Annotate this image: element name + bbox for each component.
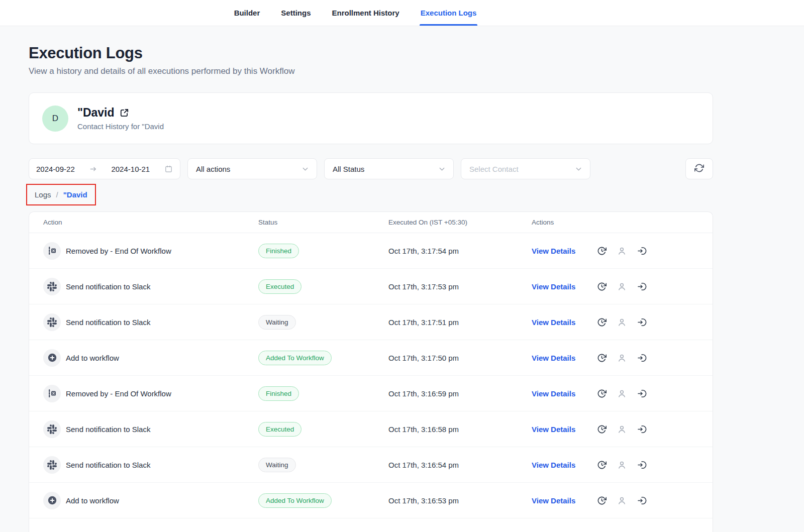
enter-log-icon[interactable] — [637, 246, 647, 256]
enter-log-icon[interactable] — [637, 317, 647, 327]
view-details-link[interactable]: View Details — [532, 247, 577, 255]
history-icon[interactable] — [597, 317, 607, 327]
col-header-actions: Actions — [532, 219, 698, 226]
tab-builder[interactable]: Builder — [233, 0, 261, 26]
slack-icon — [43, 278, 61, 295]
table-row: Send notification to Slack Executed Oct … — [29, 411, 713, 447]
tab-execution-logs[interactable]: Execution Logs — [420, 0, 478, 26]
action-label: Add to workflow — [66, 496, 119, 505]
executed-on: Oct 17th, 3:16:53 pm — [388, 496, 532, 505]
person-icon[interactable] — [617, 317, 627, 327]
actions-cell: View Details — [532, 496, 698, 505]
date-range-picker[interactable]: 2024-09-22 2024-10-21 — [29, 158, 180, 179]
breadcrumb-logs[interactable]: Logs — [35, 190, 51, 199]
enter-log-icon[interactable] — [637, 353, 647, 363]
status-badge: Waiting — [258, 315, 296, 330]
view-details-link[interactable]: View Details — [532, 461, 577, 469]
executed-on: Oct 17th, 3:17:54 pm — [388, 247, 532, 255]
executed-on: Oct 17th, 3:16:54 pm — [388, 461, 532, 469]
slack-icon — [43, 420, 61, 438]
enter-log-icon[interactable] — [637, 496, 647, 505]
chevron-down-icon — [302, 166, 309, 172]
slack-icon — [43, 313, 61, 331]
refresh-icon — [694, 163, 704, 174]
top-nav: Builder Settings Enrollment History Exec… — [0, 0, 804, 26]
date-to-value[interactable]: 2024-10-21 — [111, 165, 150, 173]
action-label: Add to workflow — [66, 354, 119, 362]
actions-cell: View Details — [532, 246, 698, 256]
contact-filter-select[interactable]: Select Contact — [461, 158, 590, 179]
action-label: Send notification to Slack — [66, 318, 150, 327]
status-cell: Added To Workflow — [258, 351, 388, 365]
enter-log-icon[interactable] — [637, 389, 647, 398]
status-cell: Waiting — [258, 458, 388, 472]
view-details-link[interactable]: View Details — [532, 354, 577, 362]
status-filter-value: All Status — [333, 165, 364, 173]
date-from-value[interactable]: 2024-09-22 — [36, 165, 75, 173]
tab-settings[interactable]: Settings — [280, 0, 312, 26]
table-header: Action Status Executed On (IST +05:30) A… — [29, 212, 713, 233]
table-row: Send notification to Slack Executed Oct … — [29, 269, 713, 304]
annotation-box: Logs / "David — [26, 184, 96, 205]
table-row: Send notification to Slack Waiting Oct 1… — [29, 304, 713, 340]
view-details-link[interactable]: View Details — [532, 496, 577, 505]
person-icon[interactable] — [617, 424, 627, 434]
person-icon[interactable] — [617, 246, 627, 256]
enter-log-icon[interactable] — [637, 460, 647, 470]
breadcrumb-separator: / — [56, 190, 58, 199]
view-details-link[interactable]: View Details — [532, 425, 577, 434]
status-filter-select[interactable]: All Status — [324, 158, 454, 179]
external-link-icon[interactable] — [120, 108, 129, 118]
person-icon[interactable] — [617, 389, 627, 398]
contact-filter-placeholder: Select Contact — [469, 165, 519, 173]
col-header-action: Action — [43, 219, 258, 226]
status-cell: Finished — [258, 386, 388, 401]
status-badge: Waiting — [258, 458, 296, 472]
action-cell: Add to workflow — [43, 349, 258, 367]
execution-log-table: Action Status Executed On (IST +05:30) A… — [29, 211, 713, 532]
history-icon[interactable] — [597, 460, 607, 470]
executed-on: Oct 17th, 3:16:59 pm — [388, 389, 532, 398]
actions-filter-select[interactable]: All actions — [187, 158, 317, 179]
actions-cell: View Details — [532, 460, 698, 470]
person-icon[interactable] — [617, 496, 627, 505]
table-row: Send notification to Slack Waiting Oct 1… — [29, 447, 713, 483]
enter-log-icon[interactable] — [637, 424, 647, 434]
action-label: Send notification to Slack — [66, 282, 150, 291]
add-workflow-icon — [43, 492, 61, 509]
executed-on: Oct 17th, 3:16:58 pm — [388, 425, 532, 434]
contact-history-subtitle: Contact History for "David — [77, 122, 164, 131]
status-badge: Finished — [258, 386, 299, 401]
history-icon[interactable] — [597, 424, 607, 434]
person-icon[interactable] — [617, 460, 627, 470]
view-details-link[interactable]: View Details — [532, 318, 577, 327]
breadcrumb-current-contact[interactable]: "David — [63, 190, 87, 199]
history-icon[interactable] — [597, 496, 607, 505]
history-icon[interactable] — [597, 389, 607, 398]
page-subtitle: View a history and details of all execut… — [29, 66, 713, 76]
history-icon[interactable] — [597, 282, 607, 291]
view-details-link[interactable]: View Details — [532, 282, 577, 291]
add-workflow-icon — [43, 349, 61, 367]
actions-cell: View Details — [532, 424, 698, 434]
action-cell: Send notification to Slack — [43, 278, 258, 295]
view-details-link[interactable]: View Details — [532, 389, 577, 398]
enter-log-icon[interactable] — [637, 282, 647, 291]
tab-enrollment-history[interactable]: Enrollment History — [331, 0, 400, 26]
person-icon[interactable] — [617, 353, 627, 363]
history-icon[interactable] — [597, 353, 607, 363]
col-header-status: Status — [258, 219, 388, 226]
refresh-button[interactable] — [685, 158, 713, 179]
history-icon[interactable] — [597, 246, 607, 256]
status-cell: Added To Workflow — [258, 493, 388, 508]
avatar: D — [42, 105, 68, 132]
status-badge: Added To Workflow — [258, 351, 332, 365]
status-cell: Executed — [258, 422, 388, 437]
slack-icon — [43, 456, 61, 474]
executed-on: Oct 17th, 3:17:50 pm — [388, 354, 532, 362]
col-header-executed-on: Executed On (IST +05:30) — [388, 219, 532, 226]
remove-workflow-icon — [43, 242, 61, 260]
action-label: Send notification to Slack — [66, 425, 150, 434]
person-icon[interactable] — [617, 282, 627, 291]
actions-filter-value: All actions — [196, 165, 230, 173]
